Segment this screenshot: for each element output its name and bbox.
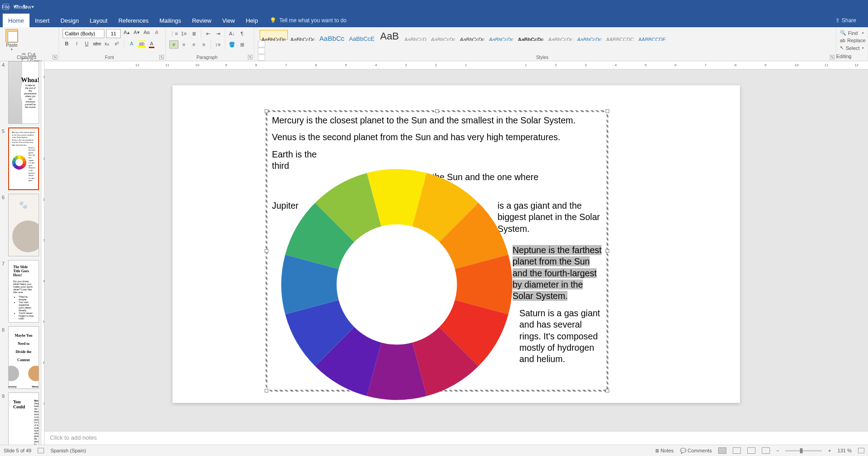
tab-insert[interactable]: Insert [30,14,55,27]
text-effects-button[interactable]: A [128,40,136,49]
text-box[interactable]: Mercury is the closest planet to the Sun… [266,110,608,392]
style-emphasis[interactable]: AaBbCcDcEmphasis [458,30,486,40]
body-text[interactable]: Saturn is a gas giant and has several ri… [519,308,606,365]
notes-toggle[interactable]: ≣ Notes [655,448,674,454]
style-intense-q-[interactable]: AaBbCcDcIntense Q... [575,30,603,40]
view-normal-button[interactable] [718,447,726,454]
styles-scroll-down[interactable] [258,48,265,54]
subscript-button[interactable]: x₂ [103,40,111,49]
style-subtle-ref-[interactable]: AABBCCDCSubtle Ref... [604,30,636,40]
replace-button[interactable]: abReplace [840,37,864,44]
share-button[interactable]: ⇪ Share [835,17,856,24]
qat-customize-icon[interactable]: ▾ [32,5,34,9]
tell-me-search[interactable]: 💡 Tell me what you want to do [270,17,346,24]
slide-canvas[interactable]: Mercury is the closest planet to the Sun… [44,69,868,431]
slide-counter[interactable]: Slide 5 of 49 [4,448,31,453]
resize-handle-ne[interactable] [606,109,609,113]
body-text[interactable]: Venus is the second planet from the Sun … [272,132,602,143]
language-status[interactable]: Spanish (Spain) [50,448,86,453]
slide-thumbnail-7[interactable]: The Slide Title Goes Here!Do you know wh… [8,260,39,323]
slide-thumbnail-4[interactable]: Whoa!A slide for the end of the presenta… [8,61,39,124]
style-subtle-em-[interactable]: AaBbCcDcSubtle Em... [429,30,457,40]
line-spacing-button[interactable]: ↕≡ [213,40,222,49]
borders-button[interactable]: ⊞ [237,40,247,49]
style-subtitle[interactable]: AaBbCcDSubtitle [403,30,428,40]
slide-thumbnail-6[interactable]: 🐾Cat Power 1Here could appear a subtitle… [8,194,39,256]
justify-button[interactable]: ≡ [199,40,208,49]
spellcheck-icon[interactable] [38,448,44,453]
align-right-button[interactable]: ≡ [189,40,198,49]
style-heading-2[interactable]: AaBbCcEHeading 2 [347,30,376,40]
resize-handle-n[interactable] [435,109,439,113]
resize-handle-w[interactable] [265,249,268,253]
tab-help[interactable]: Help [240,14,263,27]
slide-thumbnails-panel[interactable]: 4Whoa!A slide for the end of the present… [0,61,41,445]
resize-handle-se[interactable] [606,389,609,392]
style-strong[interactable]: AaBbCcDcStrong [516,30,546,40]
sort-button[interactable]: A↓ [227,29,237,38]
align-center-button[interactable]: ≡ [179,40,188,49]
comments-toggle[interactable]: 💬 Comments [680,448,712,454]
save-icon[interactable] [3,4,9,10]
style-title[interactable]: AaBTitle [377,30,402,40]
style--no-spac-[interactable]: AaBbCcDc¶ No Spac... [289,30,317,40]
paragraph-dialog-launcher[interactable]: ⬊ [248,55,252,59]
italic-button[interactable]: I [73,40,81,49]
zoom-percent[interactable]: 131 % [838,448,852,453]
undo-icon[interactable]: ↶ [14,4,18,10]
strikethrough-button[interactable]: abc [93,40,101,49]
font-color-button[interactable]: A [148,40,156,49]
body-text[interactable]: Mercury is the closest planet to the Sun… [272,115,602,126]
underline-button[interactable]: U [83,40,91,49]
align-left-button[interactable]: ≡ [169,40,178,49]
select-button[interactable]: ↖Select▾ [840,44,864,52]
tab-review[interactable]: Review [187,14,217,27]
resize-handle-sw[interactable] [265,389,268,392]
style-intense-e-[interactable]: AaBbCcDcIntense E... [487,30,515,40]
multilevel-list-button[interactable]: ≣ [189,29,198,38]
shrink-font-button[interactable]: A▾ [133,29,141,38]
clipboard-dialog-launcher[interactable]: ⬊ [53,55,57,59]
body-text[interactable]: Neptune is the farthest planet from the … [513,240,603,302]
grow-font-button[interactable]: A▴ [123,29,131,38]
shading-button[interactable]: 🪣 [227,40,237,49]
styles-scroll-up[interactable] [258,41,265,47]
zoom-in-button[interactable]: + [828,448,831,453]
highlight-color-button[interactable]: ab [138,40,146,49]
slide-thumbnail-8[interactable]: Maybe You Need to Divide the ContentMerc… [8,326,39,389]
change-case-button[interactable]: Aa [143,29,151,38]
increase-indent-button[interactable]: ⇥ [213,29,222,38]
style-heading-1[interactable]: AaBbCcHeading 1 [318,30,346,40]
resize-handle-nw[interactable] [265,109,268,113]
numbering-button[interactable]: 1≡ [179,29,188,38]
style-quote[interactable]: AaBbCcDcQuote [547,30,575,40]
tab-layout[interactable]: Layout [84,14,113,27]
tab-view[interactable]: View [217,14,241,27]
resize-handle-e[interactable] [606,249,609,253]
zoom-out-button[interactable]: − [776,448,779,453]
view-sorter-button[interactable] [733,447,741,454]
decrease-indent-button[interactable]: ⇤ [203,29,212,38]
superscript-button[interactable]: x² [113,40,121,49]
redo-icon[interactable]: ↻ [23,4,27,10]
styles-gallery[interactable]: AaBbCcDc¶ NormalAaBbCcDc¶ No Spac...AaBb… [258,29,832,41]
style-intense-re-[interactable]: AABBCCDEIntense Re... [636,30,668,40]
style--normal[interactable]: AaBbCcDc¶ Normal [260,30,288,40]
view-slideshow-button[interactable] [762,447,770,454]
fit-to-window-button[interactable] [858,448,864,453]
tab-design[interactable]: Design [55,14,84,27]
tab-references[interactable]: References [113,14,154,27]
font-size-combo[interactable] [106,29,121,38]
font-name-combo[interactable] [63,29,104,38]
clear-formatting-button[interactable]: A̷ [153,29,161,38]
bold-button[interactable]: B [63,40,71,49]
bullets-button[interactable]: ⋮≡ [169,29,178,38]
slide-thumbnail-9[interactable]: You CouldMarsDespite being red, Mars is … [8,392,39,445]
styles-dialog-launcher[interactable]: ⬊ [830,55,834,59]
font-dialog-launcher[interactable]: ⬊ [159,55,164,59]
notes-pane[interactable]: Click to add notes [44,431,868,445]
find-button[interactable]: 🔍Find▾ [840,29,864,37]
show-hide-button[interactable]: ¶ [237,29,247,38]
paste-button[interactable]: Paste ▾ [4,29,20,51]
tab-mailings[interactable]: Mailings [154,14,187,27]
